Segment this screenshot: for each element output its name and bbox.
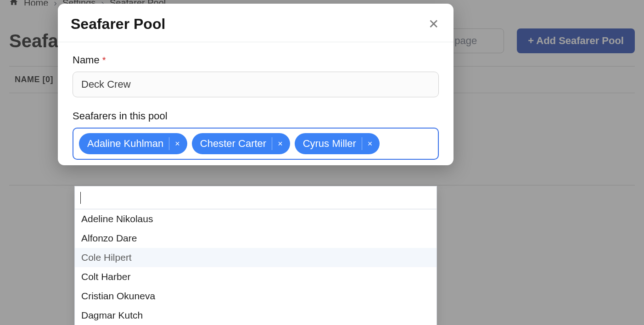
modal-header: Seafarer Pool ✕	[58, 4, 454, 42]
chip-separator	[362, 137, 362, 150]
dropdown-item[interactable]: Cole Hilpert	[75, 248, 437, 267]
required-asterisk: *	[102, 55, 106, 66]
multiselect-container: Adaline Kuhlman×Chester Carter×Cyrus Mil…	[73, 128, 439, 160]
modal-body: Name * Seafarers in this pool Adaline Ku…	[58, 42, 454, 163]
chip-label: Cyrus Miller	[303, 138, 356, 150]
dropdown-item[interactable]: Alfonzo Dare	[75, 229, 437, 248]
name-label: Name *	[73, 54, 439, 66]
chip: Chester Carter×	[192, 133, 290, 154]
modal-title: Seafarer Pool	[71, 16, 165, 33]
text-cursor	[80, 192, 81, 204]
name-input[interactable]	[73, 72, 439, 97]
close-button[interactable]: ✕	[426, 16, 441, 33]
chip-remove-button[interactable]: ×	[174, 139, 185, 149]
seafarers-label: Seafarers in this pool	[73, 110, 439, 122]
chip-remove-button[interactable]: ×	[367, 139, 378, 149]
chip-separator	[272, 137, 272, 150]
seafarers-dropdown: Adeline NikolausAlfonzo DareCole Hilpert…	[74, 186, 437, 325]
seafarer-pool-modal: Seafarer Pool ✕ Name * Seafarers in this…	[58, 4, 454, 165]
chip-label: Adaline Kuhlman	[87, 138, 163, 150]
chip-separator	[169, 137, 169, 150]
chip-remove-button[interactable]: ×	[277, 139, 288, 149]
chip-label: Chester Carter	[200, 138, 266, 150]
close-icon: ✕	[428, 17, 439, 31]
dropdown-item[interactable]: Dagmar Kutch	[75, 306, 437, 325]
dropdown-item[interactable]: Adeline Nikolaus	[75, 209, 437, 229]
dropdown-item[interactable]: Colt Harber	[75, 267, 437, 286]
seafarers-multiselect[interactable]: Adaline Kuhlman×Chester Carter×Cyrus Mil…	[73, 128, 439, 160]
dropdown-search-input[interactable]	[75, 186, 437, 209]
dropdown-list[interactable]: Adeline NikolausAlfonzo DareCole Hilpert…	[75, 209, 437, 325]
chip: Adaline Kuhlman×	[79, 133, 187, 154]
dropdown-item[interactable]: Cristian Okuneva	[75, 286, 437, 306]
chip: Cyrus Miller×	[295, 133, 380, 154]
